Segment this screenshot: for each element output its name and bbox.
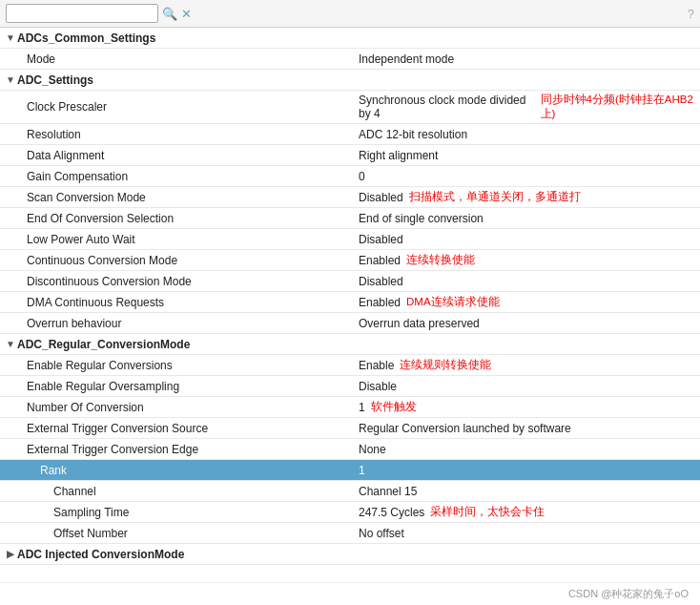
row-label: Sampling Time [4,506,129,519]
chevron-icon[interactable]: ▶ [4,549,17,559]
main-container: 🔍 ✕ ? ▼ADCs_Common_SettingsModeIndepende… [0,0,700,605]
table-row[interactable]: ChannelChannel 15 [0,481,700,502]
search-icon[interactable]: 🔍 [162,7,177,21]
chevron-icon[interactable]: ▼ [4,32,17,43]
table-row[interactable]: External Trigger Conversion SourceRegula… [0,418,700,439]
row-annotation: DMA连续请求使能 [406,295,500,309]
table-row[interactable]: ResolutionADC 12-bit resolution [0,124,700,145]
row-value: Right alignment [359,149,438,162]
row-label: Low Power Auto Wait [4,233,135,246]
table-row[interactable]: Gain Compensation0 [0,166,700,187]
row-label: External Trigger Conversion Source [4,422,208,435]
row-label: End Of Conversion Selection [4,212,174,225]
section-header-adc-injected[interactable]: ▶ADC Injected ConversionMode [0,544,700,565]
row-annotation: 扫描模式，单通道关闭，多通道打 [409,190,581,204]
row-label: Clock Prescaler [4,100,107,114]
row-label: Mode [4,52,55,66]
row-value: None [359,443,386,456]
row-value: Disabled [359,233,403,246]
row-value: Independent mode [359,52,454,66]
help-icon[interactable]: ? [688,7,694,21]
row-label: Enable Regular Oversampling [4,380,179,393]
clear-icon[interactable]: ✕ [181,7,192,21]
row-label: Channel [4,485,96,498]
row-annotation: 软件触发 [371,400,417,414]
watermark: CSDN @种花家的兔子oO [0,582,700,605]
table-row[interactable]: Discontinuous Conversion ModeDisabled [0,271,700,292]
table-row[interactable]: Number Of Conversion1软件触发 [0,397,700,418]
row-label: Data Alignment [4,149,104,162]
table-row[interactable]: Overrun behaviourOverrun data preserved [0,313,700,334]
row-label: Continuous Conversion Mode [4,254,177,267]
row-value: Channel 15 [359,485,417,498]
row-label: External Trigger Conversion Edge [4,443,198,456]
tree-container[interactable]: ▼ADCs_Common_SettingsModeIndependent mod… [0,28,700,582]
table-row[interactable]: Data AlignmentRight alignment [0,145,700,166]
row-label: Offset Number [4,527,128,540]
table-row[interactable]: Clock PrescalerSynchronous clock mode di… [0,91,700,124]
section-label: ADC_Settings [17,73,93,87]
row-value: Overrun data preserved [359,317,480,330]
table-row[interactable]: Scan Conversion ModeDisabled扫描模式，单通道关闭，多… [0,187,700,208]
row-value: Enabled [359,254,401,267]
row-value: Synchronous clock mode divided by 4 [359,94,535,120]
section-label: ADC Injected ConversionMode [17,548,184,561]
row-label: DMA Continuous Requests [4,296,164,309]
table-row[interactable]: Enable Regular OversamplingDisable [0,376,700,397]
table-row[interactable]: External Trigger Conversion EdgeNone [0,439,700,460]
row-label: Discontinuous Conversion Mode [4,275,192,288]
table-row[interactable]: Rank1 [0,460,700,481]
row-label: Scan Conversion Mode [4,191,146,204]
section-header-adc-regular[interactable]: ▼ADC_Regular_ConversionMode [0,334,700,355]
row-value: Regular Conversion launched by software [359,422,571,435]
section-label: ADC_Regular_ConversionMode [17,338,190,351]
row-annotation: 连续转换使能 [406,253,475,267]
row-value: 1 [359,401,365,414]
row-label: Number Of Conversion [4,401,144,414]
row-value: Enabled [359,296,401,309]
section-header-adcs-common[interactable]: ▼ADCs_Common_Settings [0,28,700,49]
search-bar: 🔍 ✕ ? [0,0,700,28]
row-annotation: 连续规则转换使能 [400,358,491,372]
section-header-adc-settings[interactable]: ▼ADC_Settings [0,70,700,91]
row-value: 0 [359,170,365,183]
table-row[interactable]: Continuous Conversion ModeEnabled连续转换使能 [0,250,700,271]
row-label: Rank [4,464,67,477]
section-label: ADCs_Common_Settings [17,31,155,45]
table-row[interactable]: Sampling Time247.5 Cycles采样时间，太快会卡住 [0,502,700,523]
chevron-icon[interactable]: ▼ [4,74,17,85]
row-value: End of single conversion [359,212,484,225]
row-value: Disable [359,380,397,393]
row-value: ADC 12-bit resolution [359,128,467,141]
row-annotation: 采样时间，太快会卡住 [430,505,545,519]
row-value: Enable [359,359,394,372]
row-value: 1 [359,464,365,477]
table-row[interactable]: Offset NumberNo offset [0,523,700,544]
row-label: Gain Compensation [4,170,128,183]
row-value: No offset [359,527,404,540]
table-row[interactable]: DMA Continuous RequestsEnabledDMA连续请求使能 [0,292,700,313]
row-value: Disabled [359,191,403,204]
row-label: Overrun behaviour [4,317,121,330]
row-annotation: 同步时钟4分频(时钟挂在AHB2上) [541,93,694,121]
row-label: Enable Regular Conversions [4,359,173,372]
table-row[interactable]: End Of Conversion SelectionEnd of single… [0,208,700,229]
table-row[interactable]: Enable Regular ConversionsEnable连续规则转换使能 [0,355,700,376]
chevron-icon[interactable]: ▼ [4,339,17,349]
row-value: 247.5 Cycles [359,506,424,519]
search-input[interactable] [6,4,158,23]
row-value: Disabled [359,275,403,288]
row-label: Resolution [4,128,81,141]
table-row[interactable]: Low Power Auto WaitDisabled [0,229,700,250]
table-row[interactable]: ModeIndependent mode [0,49,700,70]
